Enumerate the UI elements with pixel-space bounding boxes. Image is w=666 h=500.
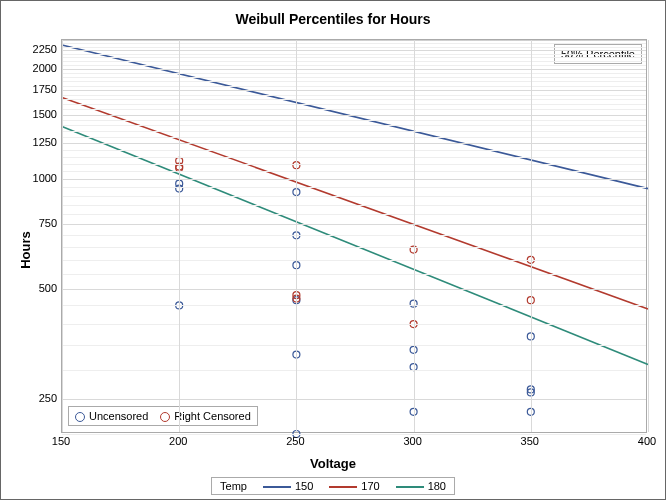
x-tick: 200 — [169, 435, 187, 447]
legend-line — [263, 486, 291, 488]
x-tick: 150 — [52, 435, 70, 447]
x-axis-label: Voltage — [310, 456, 356, 471]
legend-item: 180 — [394, 480, 446, 492]
legend-item: 170 — [327, 480, 379, 492]
y-tick: 2000 — [21, 62, 57, 74]
legend-line — [329, 486, 357, 488]
series-line — [62, 98, 648, 309]
chart-title: Weibull Percentiles for Hours — [1, 1, 665, 27]
legend-swatch — [75, 412, 85, 422]
legend-item: 150 — [261, 480, 313, 492]
y-tick: 1500 — [21, 108, 57, 120]
x-axis-ticks: 150200250300350400 — [61, 435, 647, 449]
y-tick: 1750 — [21, 83, 57, 95]
y-tick: 750 — [21, 217, 57, 229]
series-line — [62, 45, 648, 189]
plot-area: 50% Percentile UncensoredRight Censored — [61, 39, 647, 433]
y-axis-ticks: 250500750100012501500175020002250 — [21, 39, 57, 433]
line-legend: Temp150170180 — [211, 477, 455, 495]
x-tick: 400 — [638, 435, 656, 447]
y-tick: 2250 — [21, 43, 57, 55]
x-tick: 300 — [403, 435, 421, 447]
y-tick: 1250 — [21, 136, 57, 148]
x-tick: 250 — [286, 435, 304, 447]
legend-item: Right Censored — [160, 410, 250, 422]
legend-item: Uncensored — [75, 410, 148, 422]
x-tick: 350 — [521, 435, 539, 447]
legend-line — [396, 486, 424, 488]
legend-title: Temp — [220, 480, 247, 492]
point-legend: UncensoredRight Censored — [68, 406, 258, 426]
series-line — [62, 127, 648, 365]
y-tick: 1000 — [21, 172, 57, 184]
y-tick: 250 — [21, 392, 57, 404]
y-tick: 500 — [21, 282, 57, 294]
chart-container: Weibull Percentiles for Hours Hours 2505… — [0, 0, 666, 500]
legend-swatch — [160, 412, 170, 422]
